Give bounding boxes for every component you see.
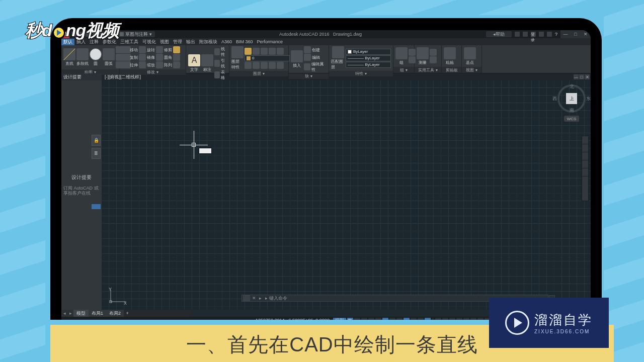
panel-label-clipboard[interactable]: 剪贴板 xyxy=(442,67,461,73)
list-icon[interactable]: ≣ xyxy=(92,148,101,159)
viewcube-top-face[interactable]: 上 xyxy=(566,93,577,104)
copy-icon[interactable] xyxy=(122,54,129,61)
signin-icon[interactable] xyxy=(523,32,528,37)
leader-icon[interactable] xyxy=(214,60,220,67)
modelspace-toggle[interactable]: 模型 xyxy=(333,318,346,320)
lwt-toggle-icon[interactable] xyxy=(404,318,410,320)
line-button[interactable]: 直线 xyxy=(63,48,75,66)
scale-icon[interactable] xyxy=(139,61,146,68)
layer-change-icon[interactable] xyxy=(269,62,276,69)
color-dropdown[interactable]: ByLayer xyxy=(346,49,391,55)
doc-maximize-button[interactable]: □ xyxy=(579,74,584,79)
nav-orbit-icon[interactable] xyxy=(582,160,588,168)
help-search[interactable]: ◂ 帮助 xyxy=(486,31,512,37)
dimension-button[interactable]: 标注 xyxy=(201,54,213,72)
tabs-scroll-left[interactable]: ◂ xyxy=(61,310,67,317)
stretch-icon[interactable] xyxy=(122,61,129,68)
tab-layout1[interactable]: 布局1 xyxy=(89,310,106,317)
ribbon-tab-addins[interactable]: 附加模块 xyxy=(197,39,219,45)
panel-label-view[interactable]: 视图 ▾ xyxy=(462,67,481,73)
nav-showmotion-icon[interactable] xyxy=(582,168,588,176)
group-button[interactable]: 组 xyxy=(395,47,408,65)
ribbon-tab-performance[interactable]: Performance xyxy=(255,39,285,44)
isodraft-toggle-icon[interactable] xyxy=(375,318,381,320)
tab-model[interactable]: 模型 xyxy=(73,310,89,317)
ribbon-tab-3dtools[interactable]: 三维工具 xyxy=(118,39,140,45)
layer-freeze-icon[interactable] xyxy=(269,48,276,55)
doc-close-button[interactable]: ✕ xyxy=(585,74,590,79)
dyn-toggle-icon[interactable] xyxy=(425,318,431,320)
wcs-chip[interactable]: WCS xyxy=(564,116,579,122)
minimize-button[interactable]: — xyxy=(560,30,571,38)
explode-icon[interactable] xyxy=(173,54,180,61)
commandline-close-icon[interactable]: ✕ xyxy=(251,296,257,301)
panel-label-groups[interactable]: 组 ▾ xyxy=(393,67,414,73)
nav-wheel-icon[interactable] xyxy=(582,136,588,144)
erase-icon[interactable] xyxy=(173,46,180,53)
ribbon-tab-visualize[interactable]: 可视化 xyxy=(140,39,158,45)
viewcube-west[interactable]: 西 xyxy=(552,96,557,102)
panel-label-utilities[interactable]: 实用工具 ▾ xyxy=(415,67,441,73)
viewcube-north[interactable]: 北 xyxy=(570,83,574,90)
isolate-icon[interactable] xyxy=(477,318,484,320)
workspace-switcher[interactable]: 草图与注释 ▾ xyxy=(117,31,155,37)
baseview-button[interactable]: 基点 xyxy=(464,47,476,65)
tabs-scroll-right[interactable]: ▸ xyxy=(67,310,73,317)
drawing-canvas[interactable]: Y X 上 北 南 西 东 WCS xyxy=(102,80,591,310)
layer-copy-icon[interactable] xyxy=(277,62,284,69)
stayconnected-icon[interactable] xyxy=(547,32,552,37)
ribbon-tab-view[interactable]: 视图 xyxy=(158,39,171,45)
lineweight-dropdown[interactable]: ———— ByLayer xyxy=(346,62,391,68)
rotate-icon[interactable] xyxy=(139,46,146,53)
offset-icon[interactable] xyxy=(173,61,180,68)
maximize-button[interactable]: □ xyxy=(571,30,581,38)
trim-icon[interactable] xyxy=(156,46,163,53)
annotation-monitor-icon[interactable] xyxy=(449,318,455,320)
insert-block-button[interactable]: 插入 xyxy=(291,50,303,68)
linear-dim-icon[interactable] xyxy=(214,48,220,55)
lock-icon[interactable]: 🔒 xyxy=(92,135,101,146)
layer-iso-icon[interactable] xyxy=(277,48,284,55)
close-button[interactable]: ✕ xyxy=(581,30,591,38)
mirror-icon[interactable] xyxy=(139,54,146,61)
units-icon[interactable] xyxy=(456,318,462,320)
quickcalc-icon[interactable] xyxy=(430,56,437,63)
linetype-dropdown[interactable]: ———— ByLayer xyxy=(346,55,391,61)
fillet-icon[interactable] xyxy=(156,54,163,61)
viewcube-south[interactable]: 南 xyxy=(570,107,574,114)
snap-toggle-icon[interactable] xyxy=(354,318,360,320)
viewcube-east[interactable]: 东 xyxy=(586,96,591,102)
select-icon[interactable] xyxy=(430,49,437,56)
design-feed-link[interactable] xyxy=(92,204,101,209)
commandline-history-icon[interactable]: ▸ xyxy=(257,296,263,301)
otrack-toggle-icon[interactable] xyxy=(396,318,403,320)
match-properties-button[interactable]: 匹配图层 xyxy=(331,46,345,70)
create-block-icon[interactable] xyxy=(304,46,311,53)
move-icon[interactable] xyxy=(122,46,129,53)
edit-attr-icon[interactable] xyxy=(304,63,310,70)
3dosnap-toggle-icon[interactable] xyxy=(389,318,395,320)
tab-layout2[interactable]: 布局2 xyxy=(106,310,124,317)
layer-match-icon[interactable] xyxy=(245,62,252,69)
lockui-icon[interactable] xyxy=(470,318,476,320)
layer-lock-icon[interactable] xyxy=(253,48,260,55)
view-cube[interactable]: 上 北 南 西 东 xyxy=(557,84,586,113)
tab-add-button[interactable]: + xyxy=(124,311,131,316)
infocenter-icon[interactable] xyxy=(515,32,520,37)
edit-block-icon[interactable] xyxy=(304,54,311,61)
commandline-menu-icon[interactable] xyxy=(243,295,250,301)
workspace-icon[interactable] xyxy=(442,318,448,320)
design-feed-tab[interactable]: 设计提要 xyxy=(61,73,102,80)
arc-button[interactable]: 圆弧 xyxy=(103,48,115,66)
layer-walk-icon[interactable] xyxy=(261,62,268,69)
ortho-toggle-icon[interactable] xyxy=(361,318,367,320)
transparency-toggle-icon[interactable] xyxy=(411,318,417,320)
layer-state-icon[interactable] xyxy=(245,48,252,55)
grid-toggle-icon[interactable]: ▦ xyxy=(347,318,353,320)
nav-pan-icon[interactable] xyxy=(582,144,588,152)
polar-toggle-icon[interactable] xyxy=(368,318,374,320)
cycling-toggle-icon[interactable] xyxy=(418,318,424,320)
help-icon[interactable]: ? xyxy=(555,32,557,37)
circle-button[interactable]: 圆 xyxy=(90,48,102,66)
measure-button[interactable]: 测量 xyxy=(417,47,429,65)
